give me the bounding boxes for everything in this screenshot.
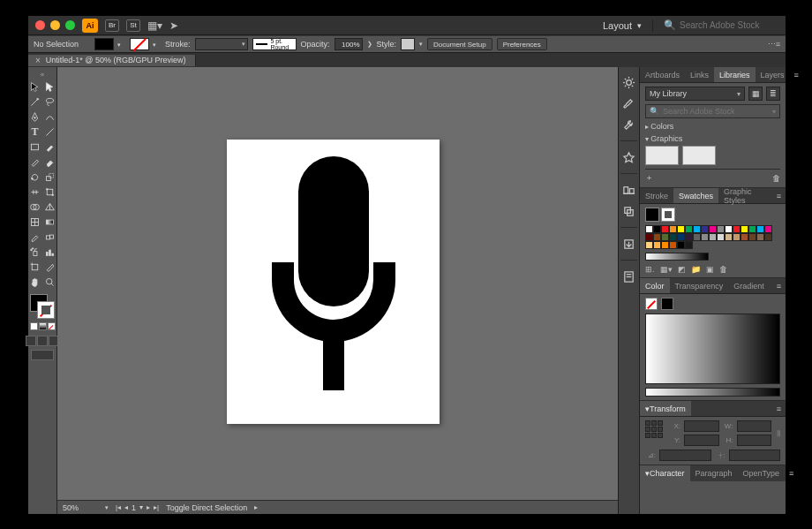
stock-search[interactable]: 🔍 <box>664 19 778 31</box>
perspective-grid-tool[interactable] <box>43 200 57 214</box>
swatch-cell[interactable] <box>653 233 661 241</box>
swatch-cell[interactable] <box>677 241 685 249</box>
paintbrush-tool[interactable] <box>43 140 57 154</box>
color-ramp[interactable] <box>645 388 780 397</box>
zoom-field[interactable]: 50% <box>63 503 98 512</box>
color-mode-gradient[interactable] <box>39 322 47 330</box>
constrain-proportions-icon[interactable]: ⦀ <box>777 420 780 446</box>
swatch-options-icon[interactable]: ◩ <box>678 265 686 274</box>
opacity-field[interactable]: 100% <box>335 38 363 50</box>
color-none-swatch[interactable] <box>645 298 658 310</box>
wrench-icon[interactable] <box>621 117 637 132</box>
zoom-tool[interactable] <box>43 275 57 289</box>
swatch-cell[interactable] <box>701 233 709 241</box>
swatch-cell[interactable] <box>685 225 693 233</box>
brushes-panel-icon[interactable] <box>621 95 637 111</box>
last-artboard-button[interactable]: ▸| <box>154 503 159 511</box>
tab-gradient[interactable]: Gradient <box>728 278 770 293</box>
align-panel-icon[interactable] <box>621 182 637 198</box>
new-swatch-icon[interactable]: ▣ <box>706 265 714 274</box>
type-tool[interactable]: T <box>28 125 42 139</box>
artboard-index-chevron[interactable]: ▾ <box>139 503 143 511</box>
shaper-tool[interactable] <box>28 155 42 169</box>
eraser-tool[interactable] <box>43 155 57 169</box>
library-search-chevron-icon[interactable]: ▾ <box>772 108 776 116</box>
top-panel-menu-icon[interactable]: ≡ <box>790 71 803 79</box>
tab-character[interactable]: ▾ Character <box>640 465 690 481</box>
document-tab[interactable]: × Untitled-1* @ 50% (RGB/GPU Preview) <box>28 55 196 66</box>
grayscale-swatch-group[interactable] <box>645 253 709 261</box>
first-artboard-button[interactable]: |◂ <box>116 503 121 511</box>
library-search-input[interactable] <box>663 107 769 116</box>
status-play-icon[interactable]: ▸ <box>254 503 258 511</box>
swatch-cell[interactable] <box>645 241 653 249</box>
fill-stroke-control[interactable] <box>30 294 55 319</box>
zoom-chevron-icon[interactable]: ▾ <box>105 504 109 511</box>
arrange-docs-icon[interactable]: ▦▾ <box>147 19 162 32</box>
close-tab-icon[interactable]: × <box>35 56 41 65</box>
asset-export-icon[interactable] <box>621 236 637 252</box>
swatch-cell[interactable] <box>669 225 677 233</box>
tab-opentype[interactable]: OpenType <box>738 465 786 481</box>
swatch-cell[interactable] <box>685 241 693 249</box>
stroke-weight-field[interactable]: ▾ <box>195 38 248 50</box>
swatch-cell[interactable] <box>661 225 669 233</box>
lib-section-colors[interactable]: Colors <box>645 122 780 131</box>
char-panel-menu-icon[interactable]: ≡ <box>785 469 798 478</box>
swatch-cell[interactable] <box>748 233 756 241</box>
eyedropper-tool[interactable] <box>28 230 42 244</box>
w-field[interactable] <box>737 420 772 432</box>
stock-search-input[interactable] <box>680 20 778 30</box>
swatch-kind-menu-icon[interactable]: ▦▾ <box>660 265 673 274</box>
tab-transform[interactable]: ▾ Transform <box>640 401 691 416</box>
swatch-cell[interactable] <box>764 225 772 233</box>
scale-tool[interactable] <box>43 170 57 184</box>
tab-graphic-styles[interactable]: Graphic Styles <box>718 188 772 203</box>
swatch-cell[interactable] <box>701 225 709 233</box>
css-panel-icon[interactable] <box>621 268 637 284</box>
swatch-cell[interactable] <box>653 241 661 249</box>
rotate-tool[interactable] <box>28 170 42 184</box>
swatch-cell[interactable] <box>717 233 725 241</box>
library-grid-view-button[interactable]: ▦ <box>748 87 763 101</box>
library-add-icon[interactable]: ＋ <box>645 172 653 184</box>
swatch-cell[interactable] <box>756 233 764 241</box>
curvature-tool[interactable] <box>43 110 57 124</box>
swatch-cell[interactable] <box>669 241 677 249</box>
blend-tool[interactable] <box>43 230 57 244</box>
draw-normal[interactable] <box>26 336 36 346</box>
line-segment-tool[interactable] <box>43 125 57 139</box>
pathfinder-panel-icon[interactable] <box>621 203 637 219</box>
next-artboard-button[interactable]: ▸ <box>147 503 150 511</box>
color-mode-solid[interactable] <box>30 322 38 330</box>
fill-swatch[interactable]: ▾ <box>94 38 114 50</box>
swatch-cell[interactable] <box>661 233 669 241</box>
shear-field[interactable] <box>729 450 781 461</box>
tab-artboards[interactable]: Artboards <box>640 67 685 82</box>
graphic-style-swatch[interactable] <box>401 38 415 50</box>
swatch-cell[interactable] <box>653 225 661 233</box>
close-window-button[interactable] <box>35 20 45 30</box>
swatch-cell[interactable] <box>748 225 756 233</box>
prev-artboard-button[interactable]: ◂ <box>124 503 128 511</box>
shape-builder-tool[interactable] <box>28 200 42 214</box>
swatch-cell[interactable] <box>733 233 741 241</box>
brush-definition-field[interactable]: 5 pt. Round <box>252 38 297 50</box>
swatch-panel-menu-icon[interactable]: ≡ <box>772 192 786 200</box>
reference-point-widget[interactable] <box>645 420 665 440</box>
swatch-cell[interactable] <box>661 241 669 249</box>
tab-links[interactable]: Links <box>685 67 714 82</box>
slice-tool[interactable] <box>43 260 57 274</box>
direct-selection-tool[interactable] <box>43 79 57 94</box>
swatch-cell[interactable] <box>669 233 677 241</box>
new-color-group-icon[interactable]: 📁 <box>691 265 701 274</box>
workspace-switcher[interactable]: Layout <box>603 20 642 31</box>
column-graph-tool[interactable] <box>43 245 57 259</box>
swatch-cell[interactable] <box>677 225 685 233</box>
transform-panel-menu-icon[interactable]: ≡ <box>772 404 786 413</box>
angle-field[interactable] <box>659 450 711 461</box>
tab-libraries[interactable]: Libraries <box>714 67 756 82</box>
style-chevron-icon[interactable]: ▾ <box>419 41 423 48</box>
swatch-libraries-icon[interactable]: ⊞. <box>645 265 655 274</box>
toolbox-collapse-icon[interactable]: « <box>28 71 56 78</box>
